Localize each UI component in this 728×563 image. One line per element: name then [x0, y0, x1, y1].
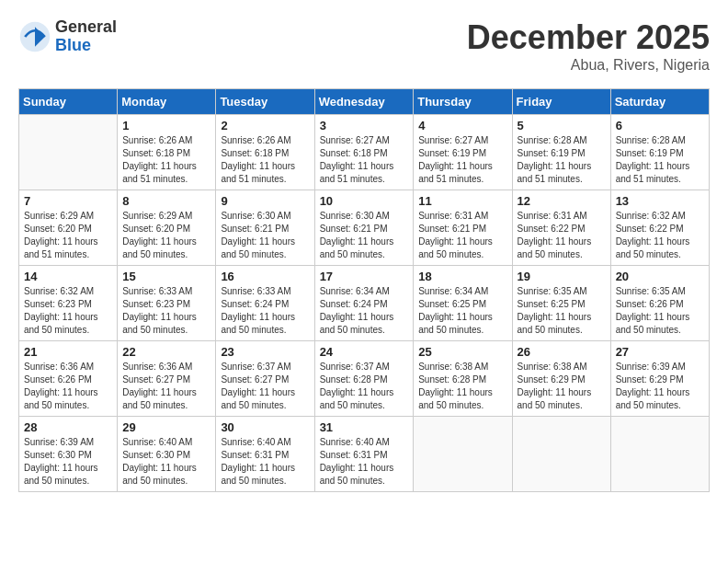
day-number: 21 — [24, 345, 112, 359]
calendar-cell: 27Sunrise: 6:39 AM Sunset: 6:29 PM Dayli… — [610, 341, 709, 417]
calendar-cell: 9Sunrise: 6:30 AM Sunset: 6:21 PM Daylig… — [216, 190, 314, 266]
calendar-cell: 5Sunrise: 6:28 AM Sunset: 6:19 PM Daylig… — [512, 115, 610, 190]
day-number: 6 — [616, 119, 704, 132]
calendar-body: 1Sunrise: 6:26 AM Sunset: 6:18 PM Daylig… — [19, 115, 710, 492]
calendar-cell — [19, 115, 118, 190]
calendar-day-header: Wednesday — [314, 89, 414, 115]
calendar-week-row: 7Sunrise: 6:29 AM Sunset: 6:20 PM Daylig… — [19, 190, 710, 266]
day-info: Sunrise: 6:33 AM Sunset: 6:24 PM Dayligh… — [221, 285, 309, 337]
day-info: Sunrise: 6:30 AM Sunset: 6:21 PM Dayligh… — [320, 210, 409, 261]
title-block: December 2025 Abua, Rivers, Nigeria — [467, 18, 710, 74]
day-info: Sunrise: 6:40 AM Sunset: 6:31 PM Dayligh… — [221, 436, 309, 488]
day-info: Sunrise: 6:37 AM Sunset: 6:28 PM Dayligh… — [320, 361, 409, 412]
calendar-cell: 15Sunrise: 6:33 AM Sunset: 6:23 PM Dayli… — [118, 266, 216, 341]
day-number: 25 — [418, 345, 506, 359]
day-info: Sunrise: 6:35 AM Sunset: 6:25 PM Dayligh… — [518, 285, 606, 337]
day-info: Sunrise: 6:37 AM Sunset: 6:27 PM Dayligh… — [221, 361, 309, 412]
calendar-cell: 26Sunrise: 6:38 AM Sunset: 6:29 PM Dayli… — [512, 341, 610, 417]
calendar-cell — [610, 417, 709, 492]
calendar-cell: 28Sunrise: 6:39 AM Sunset: 6:30 PM Dayli… — [19, 417, 118, 492]
day-info: Sunrise: 6:34 AM Sunset: 6:24 PM Dayligh… — [320, 285, 409, 337]
calendar-cell: 25Sunrise: 6:38 AM Sunset: 6:28 PM Dayli… — [414, 341, 512, 417]
day-number: 5 — [518, 119, 606, 132]
day-number: 16 — [221, 270, 309, 283]
day-number: 22 — [122, 345, 210, 359]
calendar-cell: 2Sunrise: 6:26 AM Sunset: 6:18 PM Daylig… — [216, 115, 314, 190]
day-number: 19 — [518, 270, 606, 283]
day-info: Sunrise: 6:27 AM Sunset: 6:19 PM Dayligh… — [418, 134, 506, 186]
day-number: 28 — [24, 420, 112, 434]
day-info: Sunrise: 6:27 AM Sunset: 6:18 PM Dayligh… — [320, 134, 409, 186]
day-info: Sunrise: 6:29 AM Sunset: 6:20 PM Dayligh… — [122, 210, 210, 261]
day-number: 13 — [616, 194, 704, 208]
calendar-day-header: Saturday — [610, 89, 709, 115]
calendar-day-header: Thursday — [414, 89, 512, 115]
day-info: Sunrise: 6:30 AM Sunset: 6:21 PM Dayligh… — [221, 210, 309, 261]
calendar-day-header: Sunday — [19, 89, 118, 115]
day-number: 2 — [221, 119, 309, 132]
calendar-cell: 14Sunrise: 6:32 AM Sunset: 6:23 PM Dayli… — [19, 266, 118, 341]
day-info: Sunrise: 6:40 AM Sunset: 6:31 PM Dayligh… — [320, 436, 409, 488]
day-info: Sunrise: 6:31 AM Sunset: 6:21 PM Dayligh… — [418, 210, 506, 261]
day-number: 30 — [221, 420, 309, 434]
calendar-cell: 31Sunrise: 6:40 AM Sunset: 6:31 PM Dayli… — [314, 417, 414, 492]
calendar-cell: 19Sunrise: 6:35 AM Sunset: 6:25 PM Dayli… — [512, 266, 610, 341]
day-number: 14 — [24, 270, 112, 283]
day-info: Sunrise: 6:26 AM Sunset: 6:18 PM Dayligh… — [221, 134, 309, 186]
day-number: 26 — [518, 345, 606, 359]
day-number: 20 — [616, 270, 704, 283]
calendar-cell: 30Sunrise: 6:40 AM Sunset: 6:31 PM Dayli… — [216, 417, 314, 492]
calendar-cell: 17Sunrise: 6:34 AM Sunset: 6:24 PM Dayli… — [314, 266, 414, 341]
calendar-cell: 3Sunrise: 6:27 AM Sunset: 6:18 PM Daylig… — [314, 115, 414, 190]
day-number: 17 — [320, 270, 409, 283]
day-number: 7 — [24, 194, 112, 208]
calendar-day-header: Tuesday — [216, 89, 314, 115]
calendar-cell: 20Sunrise: 6:35 AM Sunset: 6:26 PM Dayli… — [610, 266, 709, 341]
calendar-week-row: 1Sunrise: 6:26 AM Sunset: 6:18 PM Daylig… — [19, 115, 710, 190]
calendar-cell: 16Sunrise: 6:33 AM Sunset: 6:24 PM Dayli… — [216, 266, 314, 341]
day-number: 3 — [320, 119, 409, 132]
calendar-cell: 22Sunrise: 6:36 AM Sunset: 6:27 PM Dayli… — [118, 341, 216, 417]
day-number: 11 — [418, 194, 506, 208]
day-number: 29 — [122, 420, 210, 434]
day-info: Sunrise: 6:39 AM Sunset: 6:30 PM Dayligh… — [24, 436, 112, 488]
day-info: Sunrise: 6:28 AM Sunset: 6:19 PM Dayligh… — [616, 134, 704, 186]
calendar-week-row: 14Sunrise: 6:32 AM Sunset: 6:23 PM Dayli… — [19, 266, 710, 341]
day-number: 27 — [616, 345, 704, 359]
calendar-cell — [414, 417, 512, 492]
month-year-title: December 2025 — [467, 18, 710, 57]
calendar-cell: 29Sunrise: 6:40 AM Sunset: 6:30 PM Dayli… — [118, 417, 216, 492]
day-info: Sunrise: 6:29 AM Sunset: 6:20 PM Dayligh… — [24, 210, 112, 261]
day-number: 10 — [320, 194, 409, 208]
day-number: 18 — [418, 270, 506, 283]
day-number: 9 — [221, 194, 309, 208]
day-number: 1 — [122, 119, 210, 132]
calendar-cell: 8Sunrise: 6:29 AM Sunset: 6:20 PM Daylig… — [118, 190, 216, 266]
day-number: 24 — [320, 345, 409, 359]
calendar-week-row: 28Sunrise: 6:39 AM Sunset: 6:30 PM Dayli… — [19, 417, 710, 492]
calendar-cell: 13Sunrise: 6:32 AM Sunset: 6:22 PM Dayli… — [610, 190, 709, 266]
calendar-cell: 24Sunrise: 6:37 AM Sunset: 6:28 PM Dayli… — [314, 341, 414, 417]
day-info: Sunrise: 6:32 AM Sunset: 6:22 PM Dayligh… — [616, 210, 704, 261]
day-info: Sunrise: 6:36 AM Sunset: 6:26 PM Dayligh… — [24, 361, 112, 412]
day-info: Sunrise: 6:39 AM Sunset: 6:29 PM Dayligh… — [616, 361, 704, 412]
calendar-cell: 6Sunrise: 6:28 AM Sunset: 6:19 PM Daylig… — [610, 115, 709, 190]
logo: General Blue — [18, 18, 117, 55]
day-info: Sunrise: 6:34 AM Sunset: 6:25 PM Dayligh… — [418, 285, 506, 337]
day-number: 8 — [122, 194, 210, 208]
day-info: Sunrise: 6:40 AM Sunset: 6:30 PM Dayligh… — [122, 436, 210, 488]
day-number: 12 — [518, 194, 606, 208]
calendar-cell: 10Sunrise: 6:30 AM Sunset: 6:21 PM Dayli… — [314, 190, 414, 266]
calendar-header-row: SundayMondayTuesdayWednesdayThursdayFrid… — [19, 89, 710, 115]
day-number: 4 — [418, 119, 506, 132]
day-info: Sunrise: 6:32 AM Sunset: 6:23 PM Dayligh… — [24, 285, 112, 337]
calendar-table: SundayMondayTuesdayWednesdayThursdayFrid… — [18, 88, 710, 492]
calendar-cell: 11Sunrise: 6:31 AM Sunset: 6:21 PM Dayli… — [414, 190, 512, 266]
calendar-cell: 4Sunrise: 6:27 AM Sunset: 6:19 PM Daylig… — [414, 115, 512, 190]
location-subtitle: Abua, Rivers, Nigeria — [467, 57, 710, 74]
day-number: 23 — [221, 345, 309, 359]
day-info: Sunrise: 6:28 AM Sunset: 6:19 PM Dayligh… — [518, 134, 606, 186]
day-info: Sunrise: 6:38 AM Sunset: 6:29 PM Dayligh… — [518, 361, 606, 412]
calendar-cell: 18Sunrise: 6:34 AM Sunset: 6:25 PM Dayli… — [414, 266, 512, 341]
day-info: Sunrise: 6:36 AM Sunset: 6:27 PM Dayligh… — [122, 361, 210, 412]
